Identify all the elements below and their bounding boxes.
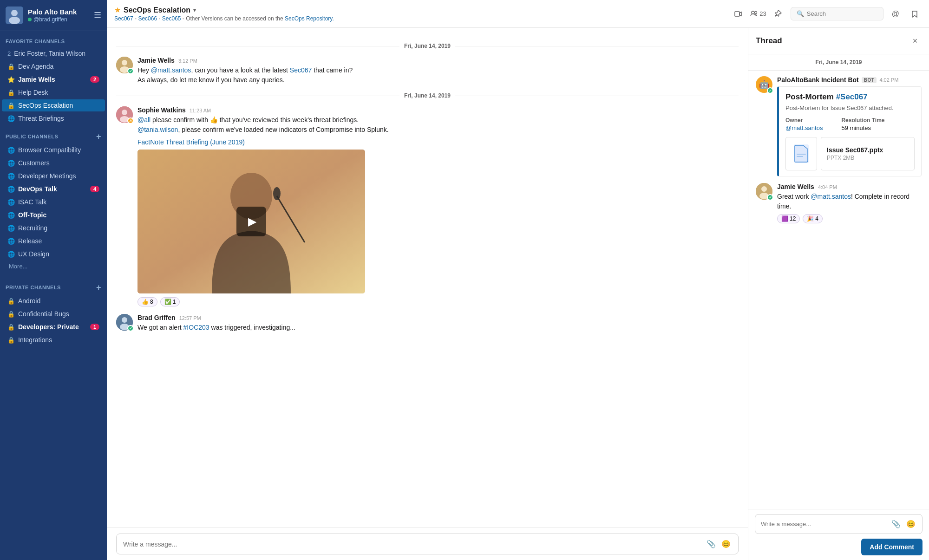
thread-emoji-button[interactable]: 😊 [905, 519, 916, 529]
message-2-time: 11:23 AM [190, 108, 211, 113]
globe-icon: 🌐 [7, 160, 15, 167]
svg-rect-20 [797, 154, 806, 155]
globe-icon: 🌐 [7, 147, 15, 154]
thread-attach-button[interactable]: 📎 [890, 519, 902, 529]
reaction-thumbsup[interactable]: 👍 8 [137, 297, 157, 306]
date-divider-2: Fri, June 14, 2019 [116, 92, 739, 99]
video-play-button[interactable] [236, 207, 266, 236]
sidebar-item-integrations[interactable]: 🔒 Integrations [2, 334, 105, 346]
subtitle-link1[interactable]: Sec067 [114, 15, 133, 22]
sidebar-item-off-topic[interactable]: 🌐 Off-Topic [2, 209, 105, 221]
sidebar-item-devops-talk[interactable]: 🌐 DevOps Talk 4 [2, 183, 105, 195]
mention-all[interactable]: @all [137, 116, 150, 124]
sidebar-item-dev-agenda[interactable]: 🔒 Dev Agenda [2, 60, 105, 72]
channel-name: SecOps Escalation [124, 6, 190, 14]
globe-icon: 🌐 [7, 173, 15, 180]
sidebar-item-jamie-wells[interactable]: ⭐ Jamie Wells 2 [2, 73, 105, 85]
video-preview[interactable] [137, 150, 365, 293]
search-box[interactable]: 🔍 [791, 7, 883, 20]
sidebar-item-release[interactable]: 🌐 Release [2, 235, 105, 247]
thread-reaction-party[interactable]: 🎉 4 [803, 214, 823, 223]
add-public-channel-button[interactable]: + [96, 132, 101, 141]
avatar-jamie-wells: ✓ [116, 57, 133, 73]
sidebar-item-ux-design[interactable]: 🌐 UX Design [2, 248, 105, 260]
svg-point-17 [122, 317, 127, 323]
reaction-bar-2: 👍 8 ✅ 1 [137, 297, 739, 306]
link-title[interactable]: FactNote Threat Briefing (June 2019) [137, 138, 739, 146]
thread-messages: 🤖 ✓ PaloAltoBank Incident Bot BOT 4:02 P… [748, 71, 929, 509]
message-input-area: 📎 😊 [107, 527, 748, 560]
message-1: ✓ Jamie Wells 3:12 PM Hey @matt.santos, … [116, 57, 739, 85]
favorite-channels-section: FAVORITE CHANNELS [0, 31, 107, 47]
thread-reaction-squares[interactable]: 🟪 12 [777, 214, 800, 223]
content-area: Fri, June 14, 2019 ✓ Jamie Wells 3:12 [107, 28, 929, 560]
sidebar-item-isac-talk[interactable]: 🌐 ISAC Talk [2, 196, 105, 208]
workspace-user: @brad.griffen [28, 16, 94, 23]
message-2-text: @all please confirm with 👍 that you've r… [137, 115, 739, 135]
sidebar-item-developers-private[interactable]: 🔒 Developers: Private 1 [2, 321, 105, 333]
incident-card: Post-Mortem #Sec067 Post-Mortem for Issu… [777, 86, 922, 176]
resolution-label: Resolution Time [841, 117, 884, 124]
add-comment-button[interactable]: Add Comment [861, 539, 922, 555]
bot-badge: BOT [862, 77, 877, 83]
incident-link[interactable]: #Sec067 [836, 92, 868, 101]
verified-bot-badge: ✓ [767, 87, 773, 94]
avatar-sophie-watkins: ⚠ [116, 106, 133, 123]
menu-icon[interactable]: ☰ [94, 10, 101, 20]
header-actions: 23 🔍 @ [731, 7, 922, 20]
sidebar-item-browser-compatibility[interactable]: 🌐 Browser Compatibility [2, 144, 105, 156]
message-3-time: 12:57 PM [179, 315, 201, 321]
sidebar-item-help-desk[interactable]: 🔒 Help Desk [2, 86, 105, 98]
file-name[interactable]: Issue Sec067.pptx [827, 146, 909, 154]
reaction-check[interactable]: ✅ 1 [160, 297, 180, 306]
workspace-header[interactable]: Palo Alto Bank @brad.griffen ☰ [0, 0, 107, 31]
thread-avatar-jamie: ✓ [756, 183, 772, 200]
owner-label: Owner [785, 117, 823, 124]
subtitle-link2[interactable]: Sec066 [138, 15, 157, 22]
message-3: ✓ Brad Griffen 12:57 PM We got an alert … [116, 314, 739, 332]
link-ioc203[interactable]: #IOC203 [183, 324, 209, 331]
svg-point-10 [122, 110, 127, 115]
sidebar-item-developer-meetings[interactable]: 🌐 Developer Meetings [2, 170, 105, 182]
bookmark-button[interactable] [908, 8, 922, 20]
message-input[interactable] [123, 540, 702, 548]
add-private-channel-button[interactable]: + [96, 283, 101, 292]
channel-title-row: ★ SecOps Escalation ▾ [114, 6, 726, 14]
sidebar-item-confidential-bugs[interactable]: 🔒 Confidential Bugs [2, 308, 105, 320]
incident-meta: Owner @matt.santos Resolution Time 59 mi… [785, 117, 915, 131]
chevron-down-icon[interactable]: ▾ [193, 7, 196, 13]
sidebar-item-android[interactable]: 🔒 Android [2, 295, 105, 307]
at-mention-button[interactable]: @ [888, 8, 903, 20]
messages-area: Fri, June 14, 2019 ✓ Jamie Wells 3:12 [107, 28, 748, 527]
mention-matt-santos[interactable]: @matt.santos [151, 66, 191, 74]
file-icon-box [785, 137, 817, 170]
link-sec067[interactable]: Sec067 [290, 66, 312, 74]
public-channels-section: PUBLIC CHANNELS + [0, 125, 107, 143]
messages-column: Fri, June 14, 2019 ✓ Jamie Wells 3:12 [107, 28, 748, 560]
pin-button[interactable] [771, 8, 786, 20]
emoji-button[interactable]: 😊 [720, 539, 732, 549]
sidebar-item-customers[interactable]: 🌐 Customers [2, 157, 105, 169]
close-thread-button[interactable]: × [909, 34, 922, 47]
sidebar-item-eric-tania[interactable]: 2 Eric Foster, Tania Wilson [2, 47, 105, 59]
message-1-text: Hey @matt.santos, can you have a look at… [137, 65, 739, 85]
file-info-box: Issue Sec067.pptx PPTX 2MB [821, 137, 915, 170]
subtitle-link3[interactable]: Sec065 [162, 15, 181, 22]
members-count[interactable]: 23 [750, 10, 766, 18]
thread-message-input[interactable] [761, 521, 887, 527]
mention-tania-wilson[interactable]: @tania.wilson [137, 126, 178, 133]
svg-point-1 [11, 10, 18, 16]
message-1-author: Jamie Wells [137, 57, 175, 64]
sidebar-item-threat-briefings[interactable]: 🌐 Threat Briefings [2, 112, 105, 124]
sidebar-item-recruiting[interactable]: 🌐 Recruiting [2, 222, 105, 234]
sidebar-item-secops-escalation[interactable]: 🔒 SecOps Escalation [2, 99, 105, 111]
mention-matt-thread[interactable]: @matt.santos [811, 193, 851, 200]
attach-file-button[interactable]: 📎 [706, 539, 717, 549]
svg-point-15 [273, 187, 281, 200]
search-input[interactable] [807, 10, 872, 17]
main-area: ★ SecOps Escalation ▾ Sec067 - Sec066 - … [107, 0, 929, 560]
more-channels-link[interactable]: More... [0, 260, 107, 272]
video-call-button[interactable] [731, 8, 746, 20]
owner-value[interactable]: @matt.santos [785, 124, 823, 131]
repo-link[interactable]: SecOps Repository. [285, 15, 334, 22]
